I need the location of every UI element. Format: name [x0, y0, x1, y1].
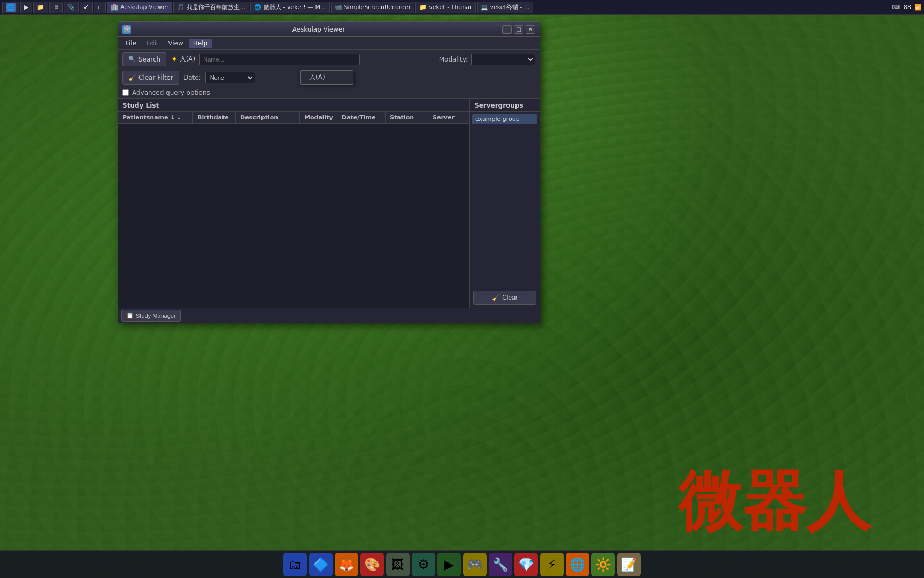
dock-icon-files[interactable]: 🗂	[283, 553, 307, 576]
servergroup-item-example[interactable]: example group	[472, 114, 537, 124]
col-patientsname[interactable]: Patientsname ↓	[118, 112, 193, 123]
dock-images-symbol: 🖼	[391, 557, 404, 572]
dock-game-symbol: 🎮	[467, 557, 483, 572]
taskbar-monitor-btn[interactable]: 🖥	[49, 2, 63, 13]
dock-icon-game[interactable]: 🎮	[463, 553, 487, 576]
menu-bar: File Edit View Help	[118, 37, 540, 50]
clear-label: Clear	[502, 294, 518, 301]
dock-media-symbol: ⚙	[418, 557, 429, 572]
col-datetime[interactable]: Date/Time	[337, 112, 386, 123]
date-label: Date:	[183, 74, 201, 81]
clear-filter-icon: 🧹	[128, 74, 136, 81]
taskbar-start-btn[interactable]: 🌐	[2, 2, 19, 13]
search-button[interactable]: Search	[122, 52, 166, 66]
dock-icon-tools[interactable]: 🔧	[489, 553, 512, 576]
taskbar-check-btn[interactable]: ✔	[80, 2, 92, 13]
taskbar-kbd-icon: ⌨	[892, 4, 900, 11]
dock-files-symbol: 🗂	[289, 557, 302, 572]
taskbar-right-area: ⌨ 88 📶	[892, 4, 922, 11]
dock-tools-symbol: 🔧	[492, 557, 509, 572]
dock-icon-images[interactable]: 🖼	[386, 553, 410, 576]
clear-icon: 🧹	[492, 294, 500, 301]
dock-terminal-symbol: 💎	[518, 557, 534, 572]
app-icon: 🏥	[122, 25, 131, 34]
study-manager-icon: 📋	[126, 312, 134, 319]
dock-paint-symbol: 🎨	[364, 557, 380, 572]
dock-icon-shutdown[interactable]: ⚡	[540, 553, 564, 576]
help-dropdown-item[interactable]: 入(A)	[301, 71, 353, 84]
col-station[interactable]: Station	[386, 112, 428, 123]
advanced-query-label: Advanced query options	[132, 89, 210, 96]
dock-settings2-symbol: 🔆	[595, 557, 611, 572]
study-table-container[interactable]: Patientsname ↓ Birthdate Description Mod…	[118, 112, 469, 308]
taskbar-clip-btn[interactable]: 📎	[64, 2, 79, 13]
study-manager-button[interactable]: 📋 Study Manager	[121, 310, 181, 322]
taskbar-back-btn[interactable]: ←	[94, 2, 106, 13]
taskbar-clock: 88	[904, 4, 911, 11]
watermark: 微器人	[678, 459, 871, 546]
dock-notes-symbol: 📝	[621, 557, 637, 572]
servergroups-panel: Servergroups example group 🧹 Clear	[470, 99, 540, 308]
app-window: 🏥 Aeskulap Viewer ─ □ ✕ File Edit View H…	[118, 21, 540, 323]
dock-browser2-symbol: 🌐	[569, 557, 586, 572]
taskbar-bottom: 🗂 🔷 🦊 🎨 🖼 ⚙ ▶ 🎮 🔧 💎 ⚡	[0, 550, 924, 578]
taskbar-recorder[interactable]: 📹 SimpleScreenRecorder	[331, 2, 415, 13]
clear-filter-button[interactable]: 🧹 Clear Filter	[122, 71, 179, 85]
title-bar-text: Aeskulap Viewer	[135, 26, 502, 33]
study-manager-label: Study Manager	[136, 313, 176, 319]
taskbar-folder-btn[interactable]: 📁	[33, 2, 48, 13]
advanced-query-bar: Advanced query options	[118, 86, 540, 99]
search-icon	[128, 56, 136, 63]
dock-icon-media[interactable]: ⚙	[412, 553, 435, 576]
help-dropdown: 入(A)	[300, 70, 353, 85]
title-bar-controls: ─ □ ✕	[502, 25, 535, 34]
dock-icon-browser-alt[interactable]: 🔷	[309, 553, 333, 576]
modality-label: Modality:	[439, 56, 468, 63]
minimize-button[interactable]: ─	[502, 25, 512, 34]
clear-filter-label: Clear Filter	[138, 74, 173, 81]
star-icon: ✦	[171, 54, 178, 64]
advanced-query-checkbox[interactable]	[122, 89, 129, 96]
taskbar-song[interactable]: 🎵 我是你千百年前放生...	[173, 2, 249, 13]
new-feature-area[interactable]: ✦ 入(A)	[171, 54, 195, 64]
dock-icon-videoplayer[interactable]: ▶	[437, 553, 461, 576]
dock-icon-firefox[interactable]: 🦊	[335, 553, 358, 576]
menu-help[interactable]: Help	[189, 39, 212, 48]
taskbar-aeskulap[interactable]: 🏥 Aeskulap Viewer	[107, 2, 173, 13]
dock-icon-notes[interactable]: 📝	[617, 553, 641, 576]
dock-icon-terminal[interactable]: 💎	[514, 553, 538, 576]
servergroups-footer: 🧹 Clear	[470, 287, 540, 308]
menu-edit[interactable]: Edit	[142, 39, 163, 48]
dock-icon-settings2[interactable]: 🔆	[591, 553, 615, 576]
servergroups-header: Servergroups	[470, 99, 540, 112]
study-list-title: Study List	[122, 102, 159, 109]
modality-section: Modality: CT MR XA US NM PT	[439, 54, 535, 65]
menu-view[interactable]: View	[164, 39, 187, 48]
maximize-button[interactable]: □	[514, 25, 523, 34]
clear-servergroup-button[interactable]: 🧹 Clear	[473, 291, 536, 305]
toolbar: Search ✦ 入(A) Modality: CT MR XA US NM P	[118, 50, 540, 69]
title-bar: 🏥 Aeskulap Viewer ─ □ ✕	[118, 22, 540, 37]
taskbar-arrow-btn[interactable]: ▶	[20, 2, 32, 13]
taskbar-thunar[interactable]: 📁 veket - Thunar	[415, 2, 475, 13]
name-search-input[interactable]	[199, 54, 360, 65]
servergroups-title: Servergroups	[474, 102, 523, 109]
main-area: Study List Patientsname ↓ Birthdate Desc…	[118, 99, 540, 308]
dock-icon-paint[interactable]: 🎨	[360, 553, 384, 576]
dock-icon-browser2[interactable]: 🌐	[566, 553, 589, 576]
dock-browser-alt-symbol: 🔷	[313, 557, 329, 572]
table-header: Patientsname ↓ Birthdate Description Mod…	[118, 112, 469, 124]
col-server[interactable]: Server	[428, 112, 469, 123]
new-feature-label: 入(A)	[180, 55, 196, 64]
col-modality[interactable]: Modality	[300, 112, 337, 123]
dock-shutdown-symbol: ⚡	[548, 557, 557, 572]
modality-select[interactable]: CT MR XA US NM PT	[471, 54, 535, 65]
menu-file[interactable]: File	[121, 39, 141, 48]
close-button[interactable]: ✕	[526, 25, 535, 34]
servergroups-list: example group	[470, 112, 540, 287]
date-select[interactable]: None Today Yesterday Last 7 days Last 30…	[205, 72, 255, 83]
taskbar-terminal[interactable]: 💻 veket终端 - ...	[477, 2, 534, 13]
taskbar-browser[interactable]: 🌐 微器人 - veket! — M...	[250, 2, 330, 13]
col-birthdate[interactable]: Birthdate	[193, 112, 236, 123]
col-description[interactable]: Description	[236, 112, 300, 123]
